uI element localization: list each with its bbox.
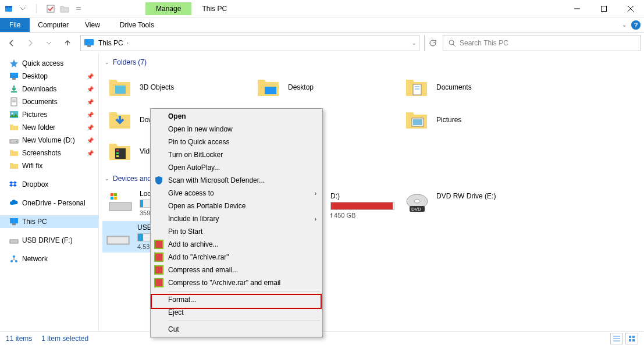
qat-properties-icon[interactable] <box>2 2 15 15</box>
back-button[interactable] <box>3 35 20 51</box>
menu-defender[interactable]: Scan with Microsoft Defender... <box>152 174 321 187</box>
tree-downloads[interactable]: Downloads📌 <box>0 83 98 95</box>
tiles-view-button[interactable] <box>625 333 638 344</box>
menu-pin-quick-access[interactable]: Pin to Quick access <box>152 136 321 148</box>
svg-rect-42 <box>114 193 117 196</box>
label: 3D Objects <box>140 83 174 91</box>
section-title: Folders (7) <box>113 58 147 66</box>
tree-this-pc[interactable]: This PC <box>0 215 98 228</box>
tree-wifi-fix[interactable]: Wifi fix <box>0 159 98 172</box>
folder-documents[interactable]: Documents <box>401 71 550 104</box>
menu-include-library[interactable]: Include in library› <box>152 212 321 225</box>
folders-section-header[interactable]: ⌄ Folders (7) <box>105 56 638 71</box>
svg-rect-3 <box>47 5 54 12</box>
svg-rect-5 <box>602 6 607 11</box>
svg-rect-30 <box>413 84 421 95</box>
tree-network[interactable]: Network <box>0 252 98 265</box>
details-view-button[interactable] <box>610 333 623 344</box>
qat-checkbox-icon[interactable] <box>44 2 57 15</box>
up-button[interactable] <box>59 35 76 51</box>
menu-portable[interactable]: Open as Portable Device <box>152 200 321 212</box>
qat-new-folder-icon[interactable] <box>58 2 71 15</box>
folder-pictures[interactable]: Pictures <box>401 104 550 136</box>
refresh-button[interactable] <box>424 35 440 51</box>
address-dropdown-icon[interactable]: ⌄ <box>412 40 417 46</box>
maximize-button[interactable] <box>590 0 617 17</box>
chevron-down-icon: ⌄ <box>105 176 109 182</box>
menu-format[interactable]: Format... <box>152 293 321 306</box>
menu-open[interactable]: Open <box>152 110 321 123</box>
drive-dvd-e[interactable]: DVD DVD RW Drive (E:) <box>401 190 550 219</box>
drive-capacity-bar <box>137 233 151 241</box>
svg-line-11 <box>453 44 456 47</box>
qat-overflow-icon[interactable] <box>72 2 85 15</box>
menu-autoplay[interactable]: Open AutoPlay... <box>152 161 321 174</box>
status-item-count: 11 items <box>6 335 32 343</box>
file-tab[interactable]: File <box>0 18 30 32</box>
navigation-bar: This PC › ⌄ Search This PC <box>0 33 644 54</box>
menu-add-archive[interactable]: Add to archive... <box>152 238 321 251</box>
context-menu: Open Open in new window Pin to Quick acc… <box>150 108 323 337</box>
tree-onedrive[interactable]: OneDrive - Personal <box>0 197 98 209</box>
folder-icon <box>405 75 429 99</box>
view-tab[interactable]: View <box>77 18 108 32</box>
menu-compress-email[interactable]: Compress and email... <box>152 264 321 276</box>
menu-give-access[interactable]: Give access to› <box>152 187 321 200</box>
recent-dropdown-icon[interactable] <box>41 35 57 51</box>
chevron-right-icon[interactable]: › <box>127 40 129 46</box>
menu-pin-start[interactable]: Pin to Start <box>152 225 321 238</box>
folder-desktop[interactable]: Desktop <box>253 71 401 104</box>
tree-new-volume[interactable]: New Volume (D:)📌 <box>0 134 98 147</box>
label: Quick access <box>22 59 63 67</box>
label: Desktop <box>22 72 48 80</box>
svg-rect-37 <box>116 152 119 154</box>
tree-usb-drive[interactable]: USB DRIVE (F:) <box>0 234 98 247</box>
svg-rect-41 <box>111 193 113 196</box>
close-button[interactable] <box>617 0 644 17</box>
pin-icon: 📌 <box>87 73 94 80</box>
label: USB DRIVE (F:) <box>22 236 73 244</box>
tree-new-folder[interactable]: New folder📌 <box>0 121 98 134</box>
drive-usb-f[interactable]: USB 4.53 <box>102 221 150 252</box>
tree-screenshots[interactable]: Screenshots📌 <box>0 147 98 159</box>
menu-cut[interactable]: Cut <box>152 323 321 336</box>
tree-desktop[interactable]: Desktop📌 <box>0 70 98 83</box>
tree-quick-access[interactable]: Quick access <box>0 57 98 70</box>
drive-tools-tab[interactable]: Drive Tools <box>114 18 160 32</box>
menu-bitlocker[interactable]: Turn on BitLocker <box>152 148 321 161</box>
qat-dropdown-icon[interactable] <box>16 2 29 15</box>
svg-point-46 <box>414 200 420 203</box>
drive-capacity-bar <box>330 202 394 210</box>
ribbon-collapse-icon[interactable]: ⌄ <box>622 22 627 28</box>
pin-icon: 📌 <box>87 137 94 144</box>
minimize-button[interactable] <box>564 0 590 17</box>
shield-icon <box>154 176 163 185</box>
forward-button[interactable] <box>22 35 38 51</box>
computer-tab[interactable]: Computer <box>30 18 77 32</box>
svg-rect-23 <box>12 223 16 225</box>
this-pc-icon <box>83 37 95 49</box>
monitor-icon <box>9 217 19 226</box>
help-icon[interactable]: ? <box>631 20 641 30</box>
download-icon <box>9 84 19 94</box>
folder-3d-objects[interactable]: 3D Objects <box>105 71 253 104</box>
address-bar[interactable]: This PC › ⌄ <box>80 35 419 51</box>
menu-compress-rar-email[interactable]: Compress to "Archive.rar" and email <box>152 276 321 289</box>
tree-pictures[interactable]: Pictures📌 <box>0 108 98 121</box>
menu-eject[interactable]: Eject <box>152 306 321 319</box>
menu-separator <box>168 291 320 291</box>
menu-open-new-window[interactable]: Open in new window <box>152 123 321 136</box>
qat-separator <box>30 2 43 15</box>
tree-dropbox[interactable]: Dropbox <box>0 178 98 191</box>
search-icon <box>448 39 456 47</box>
search-input[interactable]: Search This PC <box>443 35 641 51</box>
drive-label: D:) <box>330 192 394 200</box>
svg-point-25 <box>13 255 15 258</box>
menu-add-rar[interactable]: Add to "Archive.rar" <box>152 251 321 264</box>
monitor-icon <box>9 72 19 81</box>
drive-label: DVD RW Drive (E:) <box>436 192 496 216</box>
dvd-icon: DVD <box>405 192 429 216</box>
cloud-icon <box>9 198 19 208</box>
tree-documents[interactable]: Documents📌 <box>0 95 98 108</box>
contextual-tab-manage[interactable]: Manage <box>145 2 191 15</box>
